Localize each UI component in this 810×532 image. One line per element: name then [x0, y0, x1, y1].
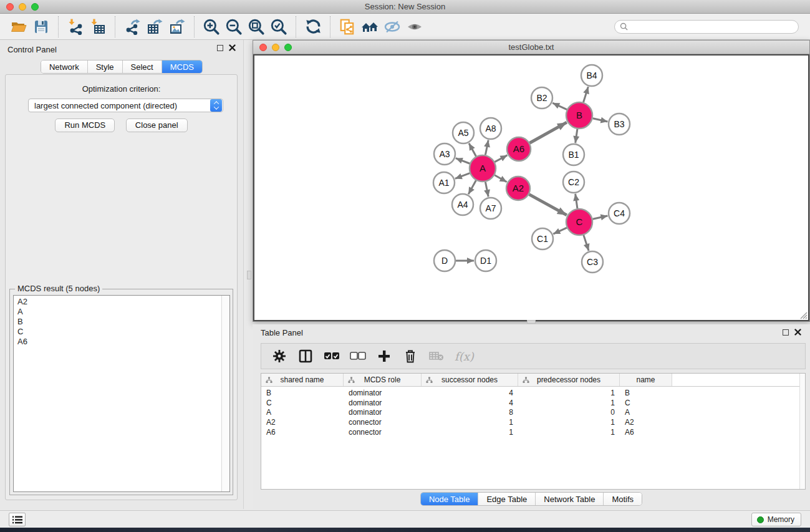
edge-B-B1[interactable]: [576, 129, 577, 143]
edge-A-A2[interactable]: [494, 175, 507, 182]
zoom-fit-button[interactable]: [245, 16, 268, 37]
task-history-button[interactable]: [9, 513, 26, 526]
graph-node-A2[interactable]: A2: [506, 177, 530, 200]
table-row[interactable]: A6connector11A6: [261, 427, 805, 437]
export-image-button[interactable]: [166, 16, 188, 37]
home-neighbors-button[interactable]: [359, 16, 381, 37]
zoom-in-button[interactable]: [200, 16, 223, 37]
zoom-selected-button[interactable]: [268, 16, 290, 37]
hide-network-button[interactable]: [381, 16, 403, 37]
close-panel-button[interactable]: Close panel: [126, 118, 188, 132]
graph-node-B1[interactable]: B1: [563, 144, 584, 165]
apply-formula-button[interactable]: f(x): [455, 348, 474, 364]
tab-edge-table[interactable]: Edge Table: [478, 493, 536, 505]
node-table[interactable]: shared nameMCDS rolesuccessor nodesprede…: [261, 373, 806, 490]
edge-C-C1[interactable]: [553, 228, 567, 234]
result-list-item[interactable]: A6: [14, 337, 229, 347]
table-row[interactable]: Adominator80A: [261, 407, 805, 417]
table-scrollbar[interactable]: [799, 374, 805, 489]
table-row[interactable]: Cdominator41C: [261, 398, 805, 408]
float-panel-icon[interactable]: [217, 45, 223, 51]
edge-A6-B[interactable]: [529, 122, 566, 143]
import-table-button[interactable]: [87, 16, 109, 37]
network-minimize-button[interactable]: [272, 44, 279, 51]
graph-node-A[interactable]: A: [470, 155, 496, 181]
edge-C-C3[interactable]: [584, 235, 589, 251]
graph-node-B3[interactable]: B3: [609, 114, 630, 135]
run-mcds-button[interactable]: Run MCDS: [55, 118, 115, 132]
graph-node-A8[interactable]: A8: [480, 118, 501, 139]
close-panel-icon[interactable]: [794, 329, 801, 336]
column-header-name[interactable]: name: [620, 374, 672, 386]
graph-node-C3[interactable]: C3: [582, 251, 603, 273]
edge-A-A8[interactable]: [485, 140, 488, 155]
memory-button[interactable]: Memory: [751, 513, 801, 526]
graph-node-C4[interactable]: C4: [609, 203, 630, 224]
result-list-scrollbar[interactable]: [221, 296, 229, 491]
edge-C-C2[interactable]: [576, 194, 577, 208]
result-list-item[interactable]: A: [14, 307, 229, 317]
result-list-item[interactable]: C: [14, 327, 229, 337]
edge-A-A5[interactable]: [469, 143, 476, 157]
graph-node-B2[interactable]: B2: [531, 87, 552, 109]
edge-A-A7[interactable]: [485, 182, 488, 197]
result-list-item[interactable]: B: [14, 317, 229, 327]
column-header-predecessor-nodes[interactable]: predecessor nodes: [518, 374, 620, 386]
table-settings-button[interactable]: [271, 348, 287, 364]
close-panel-icon[interactable]: [229, 44, 236, 51]
network-canvas[interactable]: B4B2BB3A5A8A6B1A3AC2A1A2A4A7C4CC1C3DD1: [253, 54, 809, 321]
search-field[interactable]: [614, 20, 799, 34]
refresh-view-button[interactable]: [302, 16, 324, 37]
delete-column-button[interactable]: [402, 348, 418, 364]
show-columns-button[interactable]: [297, 348, 314, 364]
deselect-all-button[interactable]: [350, 348, 366, 364]
export-network-button[interactable]: [121, 16, 143, 37]
minimize-window-button[interactable]: [19, 3, 26, 11]
export-table-button[interactable]: [143, 16, 166, 37]
edge-A2-C[interactable]: [529, 195, 567, 215]
tab-style[interactable]: Style: [88, 60, 123, 73]
save-session-button[interactable]: [30, 16, 52, 37]
select-all-button[interactable]: [324, 348, 340, 364]
column-header-MCDS-role[interactable]: MCDS role: [344, 374, 422, 386]
result-list-item[interactable]: A2: [14, 297, 229, 307]
delete-table-button[interactable]: [428, 348, 445, 364]
tab-node-table[interactable]: Node Table: [421, 493, 479, 505]
resize-grip-icon[interactable]: [799, 311, 808, 319]
edge-A-A6[interactable]: [494, 155, 507, 162]
graph-node-D[interactable]: D: [434, 250, 455, 271]
tab-motifs[interactable]: Motifs: [604, 493, 642, 505]
graph-node-C1[interactable]: C1: [532, 228, 553, 249]
edge-B-B2[interactable]: [552, 103, 567, 110]
table-row[interactable]: Bdominator41B: [261, 388, 805, 398]
graph-node-C[interactable]: C: [566, 209, 592, 235]
graph-node-A1[interactable]: A1: [433, 172, 455, 193]
table-row[interactable]: A2connector11A2: [261, 417, 805, 427]
edge-A-A4[interactable]: [468, 180, 476, 194]
import-network-button[interactable]: [64, 16, 87, 37]
edge-C-C4[interactable]: [592, 216, 607, 219]
float-panel-icon[interactable]: [783, 329, 789, 336]
graph-node-B[interactable]: B: [566, 102, 592, 128]
graph-node-A6[interactable]: A6: [507, 137, 531, 161]
column-header-successor-nodes[interactable]: successor nodes: [422, 374, 518, 386]
edge-B-B4[interactable]: [584, 87, 589, 102]
criterion-dropdown[interactable]: largest connected component (directed): [28, 99, 223, 112]
split-divider-handle[interactable]: [247, 271, 251, 279]
edge-A-A3[interactable]: [456, 158, 470, 164]
graph-node-D1[interactable]: D1: [475, 250, 496, 271]
split-divider-handle[interactable]: [527, 320, 536, 324]
tab-network-table[interactable]: Network Table: [536, 493, 604, 505]
network-zoom-button[interactable]: [284, 44, 292, 51]
add-column-button[interactable]: [376, 348, 392, 364]
zoom-window-button[interactable]: [31, 3, 39, 11]
close-window-button[interactable]: [6, 3, 14, 11]
column-header-shared-name[interactable]: shared name: [261, 374, 344, 386]
tab-network[interactable]: Network: [41, 60, 88, 73]
graph-node-A5[interactable]: A5: [453, 122, 474, 143]
network-close-button[interactable]: [259, 44, 267, 51]
graph-node-A7[interactable]: A7: [480, 198, 501, 219]
graph-node-B4[interactable]: B4: [581, 65, 602, 86]
zoom-out-button[interactable]: [223, 16, 245, 37]
graph-node-A3[interactable]: A3: [434, 143, 455, 165]
